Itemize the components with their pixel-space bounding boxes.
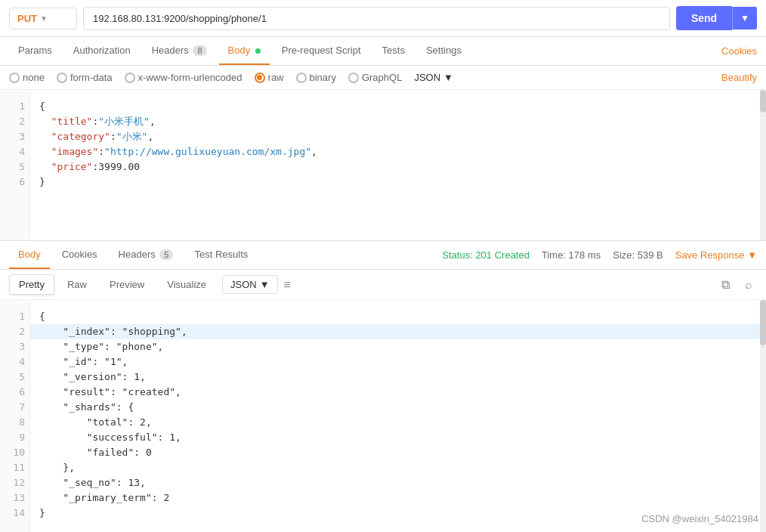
- format-preview-button[interactable]: Preview: [100, 274, 154, 295]
- resp-line-1: {: [39, 309, 757, 324]
- req-line-6: }: [39, 175, 757, 190]
- radio-binary[interactable]: binary: [296, 72, 336, 83]
- copy-button[interactable]: ⧉: [717, 277, 734, 293]
- resp-line-10: "failed": 0: [39, 445, 757, 460]
- response-section: Body Cookies Headers 5 Test Results Stat…: [0, 241, 766, 532]
- watermark: CSDN @weixin_54021984: [641, 513, 758, 524]
- radio-graphql[interactable]: GraphQL: [348, 72, 402, 83]
- resp-scrollbar[interactable]: [760, 300, 766, 532]
- resp-line-2: "_index": "shopping",: [30, 324, 766, 339]
- req-line-3: "category":"小米",: [39, 129, 757, 144]
- radio-graphql-label: GraphQL: [362, 72, 402, 83]
- resp-line-7: "_shards": {: [39, 400, 757, 415]
- json-type-label: JSON: [414, 72, 440, 83]
- send-button[interactable]: Send: [676, 6, 732, 30]
- tab-params[interactable]: Params: [9, 37, 61, 65]
- req-line-numbers: 123456: [0, 90, 30, 240]
- method-label: PUT: [17, 13, 37, 24]
- radio-urlencoded-label: x-www-form-urlencoded: [138, 72, 242, 83]
- response-time: Time: 178 ms: [542, 249, 601, 261]
- response-code-area[interactable]: 1234567891011121314 { "_index": "shoppin…: [0, 300, 766, 532]
- json-type-select[interactable]: JSON ▼: [414, 72, 453, 83]
- send-button-group: Send ▼: [676, 6, 757, 30]
- radio-urlencoded[interactable]: x-www-form-urlencoded: [125, 72, 242, 83]
- resp-line-4: "_id": "1",: [39, 354, 757, 370]
- req-line-5: "price":3999.00: [39, 159, 757, 175]
- radio-none[interactable]: none: [9, 72, 45, 83]
- resp-tab-test-results[interactable]: Test Results: [185, 241, 257, 269]
- tab-authorization[interactable]: Authorization: [64, 37, 140, 65]
- resp-tab-headers[interactable]: Headers 5: [110, 241, 183, 269]
- status-badge: Status: 201 Created: [442, 249, 530, 261]
- resp-tab-body[interactable]: Body: [9, 241, 50, 269]
- request-tabs: Params Authorization Headers 8 Body Pre-…: [0, 37, 766, 66]
- resp-line-12: "_seq_no": 13,: [39, 475, 757, 490]
- resp-json-label: JSON: [230, 279, 257, 290]
- req-code-content[interactable]: { "title":"小米手机", "category":"小米", "imag…: [30, 90, 766, 240]
- req-scrollbar-thumb: [760, 90, 766, 113]
- radio-circle-raw: [255, 73, 265, 83]
- cookies-link[interactable]: Cookies: [721, 45, 757, 57]
- resp-line-5: "_version": 1,: [39, 370, 757, 385]
- request-body-editor[interactable]: 123456 { "title":"小米手机", "category":"小米"…: [0, 90, 766, 241]
- response-tabs: Body Cookies Headers 5 Test Results Stat…: [0, 241, 766, 270]
- resp-line-3: "_type": "phone",: [39, 339, 757, 354]
- tab-tests[interactable]: Tests: [373, 37, 414, 65]
- radio-form-data-label: form-data: [70, 72, 113, 83]
- method-chevron-icon: ▼: [40, 14, 48, 23]
- tab-body[interactable]: Body: [219, 37, 270, 65]
- format-visualize-button[interactable]: Visualize: [157, 274, 216, 295]
- resp-json-chevron-icon: ▼: [260, 279, 270, 290]
- response-size: Size: 539 B: [613, 249, 663, 261]
- resp-line-numbers: 1234567891011121314: [0, 300, 30, 532]
- radio-raw[interactable]: raw: [255, 72, 284, 83]
- radio-circle-urlencoded: [125, 73, 135, 83]
- radio-form-data[interactable]: form-data: [57, 72, 113, 83]
- radio-raw-label: raw: [268, 72, 284, 83]
- resp-line-11: },: [39, 460, 757, 475]
- search-button[interactable]: ⌕: [740, 277, 757, 293]
- tab-settings[interactable]: Settings: [417, 37, 471, 65]
- format-raw-button[interactable]: Raw: [57, 274, 97, 295]
- radio-circle-binary: [296, 73, 307, 83]
- response-actions: ⧉ ⌕: [717, 277, 757, 293]
- method-select[interactable]: PUT ▼: [9, 8, 77, 29]
- beautify-button[interactable]: Beautify: [721, 72, 757, 83]
- req-line-4: "images":"http://www.gulixueyuan.com/xm.…: [39, 144, 757, 159]
- url-input[interactable]: [83, 7, 670, 30]
- req-line-2: "title":"小米手机",: [39, 114, 757, 129]
- resp-scrollbar-thumb: [760, 300, 766, 345]
- radio-none-label: none: [23, 72, 45, 83]
- resp-line-8: "total": 2,: [39, 415, 757, 430]
- resp-line-6: "result": "created",: [39, 385, 757, 400]
- save-response-button[interactable]: Save Response ▼: [675, 249, 757, 261]
- radio-binary-label: binary: [310, 72, 336, 83]
- filter-icon[interactable]: ≡: [284, 278, 291, 292]
- tab-headers[interactable]: Headers 8: [143, 37, 216, 65]
- top-bar: PUT ▼ Send ▼: [0, 0, 766, 37]
- resp-tab-cookies[interactable]: Cookies: [53, 241, 107, 269]
- tab-prerequest[interactable]: Pre-request Script: [273, 37, 370, 65]
- response-format-row: Pretty Raw Preview Visualize JSON ▼ ≡ ⧉ …: [0, 270, 766, 300]
- radio-circle-none: [9, 73, 20, 83]
- send-arrow-button[interactable]: ▼: [732, 7, 757, 29]
- response-meta: Status: 201 Created Time: 178 ms Size: 5…: [442, 249, 757, 261]
- resp-line-9: "successful": 1,: [39, 430, 757, 445]
- resp-line-13: "_primary_term": 2: [39, 490, 757, 506]
- resp-code-content[interactable]: { "_index": "shopping", "_type": "phone"…: [30, 300, 766, 532]
- req-scrollbar[interactable]: [760, 90, 766, 240]
- radio-circle-form-data: [57, 73, 67, 83]
- body-type-row: none form-data x-www-form-urlencoded raw…: [0, 66, 766, 90]
- req-line-1: {: [39, 99, 757, 114]
- body-active-dot: [255, 48, 261, 54]
- radio-circle-graphql: [348, 73, 359, 83]
- json-chevron-icon: ▼: [443, 72, 453, 83]
- format-pretty-button[interactable]: Pretty: [9, 274, 54, 295]
- save-chevron-icon: ▼: [747, 249, 757, 261]
- resp-json-dropdown[interactable]: JSON ▼: [222, 275, 278, 294]
